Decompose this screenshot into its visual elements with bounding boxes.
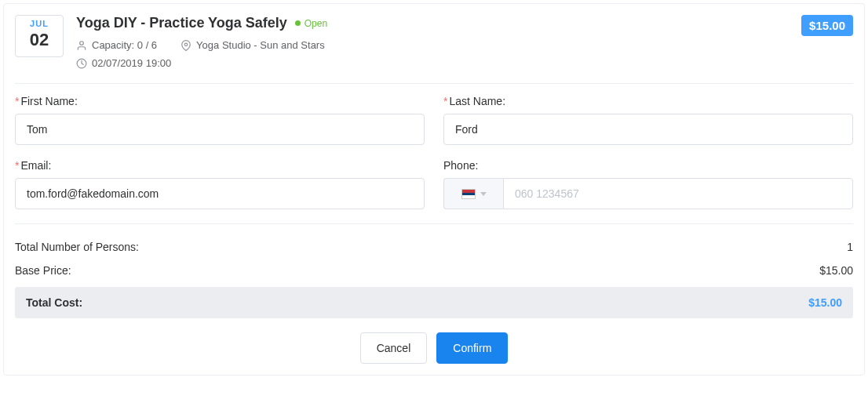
datetime-meta: 02/07/2019 19:00	[76, 57, 171, 69]
flag-rs-icon	[461, 189, 476, 199]
first-name-input[interactable]	[15, 114, 425, 145]
base-price-row: Base Price: $15.00	[15, 259, 853, 282]
form: *First Name: *Last Name: *Email: Phone:	[15, 95, 853, 209]
appointment-card: JUL 02 Yoga DIY - Practice Yoga Safely O…	[3, 3, 865, 376]
persons-value: 1	[847, 241, 853, 253]
date-month: JUL	[16, 19, 63, 28]
base-price-value: $15.00	[819, 264, 853, 277]
base-price-label: Base Price:	[15, 264, 71, 277]
last-name-input[interactable]	[443, 114, 853, 145]
divider	[15, 83, 853, 84]
status-text: Open	[305, 18, 327, 29]
email-field: *Email:	[15, 159, 425, 209]
confirm-button[interactable]: Confirm	[436, 332, 508, 364]
persons-row: Total Number of Persons: 1	[15, 235, 853, 259]
pin-icon	[181, 40, 191, 51]
persons-label: Total Number of Persons:	[15, 241, 139, 253]
chevron-down-icon	[480, 192, 487, 196]
status-badge: Open	[295, 18, 327, 29]
status-dot-icon	[295, 20, 301, 26]
header: JUL 02 Yoga DIY - Practice Yoga Safely O…	[15, 15, 853, 69]
location-meta: Yoga Studio - Sun and Stars	[181, 39, 325, 51]
summary: Total Number of Persons: 1 Base Price: $…	[15, 235, 853, 318]
email-label: *Email:	[15, 159, 425, 172]
phone-country-select[interactable]	[443, 178, 503, 209]
clock-icon	[76, 58, 87, 69]
svg-point-1	[184, 43, 188, 46]
total-row: Total Cost: $15.00	[15, 287, 853, 318]
phone-field: Phone:	[443, 159, 853, 209]
phone-input[interactable]	[503, 178, 853, 209]
header-body: Yoga DIY - Practice Yoga Safely Open Cap…	[76, 15, 789, 69]
person-icon	[76, 40, 87, 51]
total-value: $15.00	[808, 296, 842, 309]
phone-label: Phone:	[443, 159, 853, 172]
location-text: Yoga Studio - Sun and Stars	[196, 39, 325, 51]
first-name-label: *First Name:	[15, 95, 425, 107]
event-title: Yoga DIY - Practice Yoga Safely	[76, 15, 287, 31]
divider	[15, 223, 853, 224]
cancel-button[interactable]: Cancel	[360, 332, 428, 364]
datetime-text: 02/07/2019 19:00	[92, 57, 171, 69]
svg-point-0	[80, 41, 84, 45]
first-name-field: *First Name:	[15, 95, 425, 145]
capacity-meta: Capacity: 0 / 6	[76, 39, 157, 51]
price-badge: $15.00	[801, 15, 853, 36]
last-name-field: *Last Name:	[443, 95, 853, 145]
footer-actions: Cancel Confirm	[15, 332, 853, 364]
date-box: JUL 02	[15, 15, 64, 57]
date-day: 02	[16, 30, 63, 50]
capacity-text: Capacity: 0 / 6	[92, 39, 157, 51]
email-input[interactable]	[15, 178, 425, 209]
last-name-label: *Last Name:	[443, 95, 853, 107]
total-label: Total Cost:	[26, 296, 82, 309]
